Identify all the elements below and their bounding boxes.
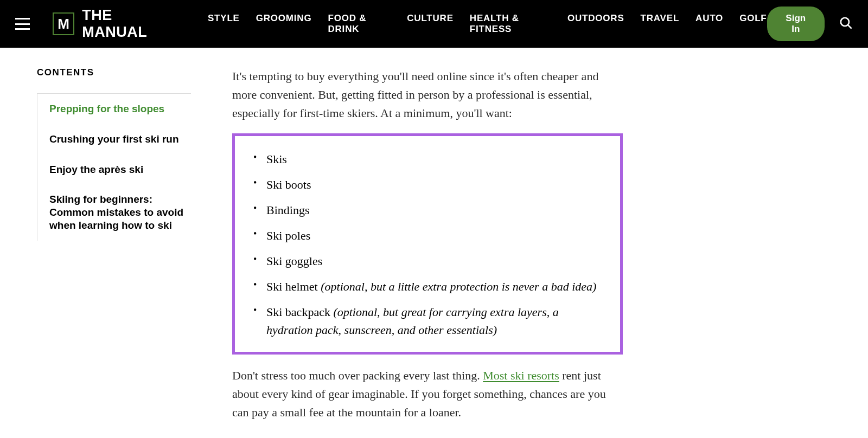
brand-wordmark: THE MANUAL <box>82 7 177 41</box>
toc-item-prepping[interactable]: Prepping for the slopes <box>37 94 191 124</box>
toc-item-apres[interactable]: Enjoy the après ski <box>37 154 191 185</box>
list-item: Ski backpack (optional, but great for ca… <box>248 303 607 339</box>
list-item: Skis <box>248 150 607 168</box>
gear-label: Ski helmet <box>266 280 321 293</box>
gear-label: Ski boots <box>266 178 311 191</box>
gear-label: Skis <box>266 152 287 166</box>
primary-nav: STYLE GROOMING FOOD & DRINK CULTURE HEAL… <box>208 13 767 35</box>
follow-up-paragraph: Don't stress too much over packing every… <box>232 366 623 422</box>
nav-golf[interactable]: GOLF <box>739 13 767 35</box>
site-header: M THE MANUAL STYLE GROOMING FOOD & DRINK… <box>0 0 868 48</box>
nav-culture[interactable]: CULTURE <box>407 13 454 35</box>
signin-button[interactable]: Sign In <box>767 7 825 41</box>
menu-icon[interactable] <box>15 18 30 30</box>
gear-label: Ski goggles <box>266 254 322 268</box>
list-item: Ski boots <box>248 176 607 194</box>
list-item: Ski goggles <box>248 252 607 270</box>
list-item: Ski poles <box>248 227 607 244</box>
contents-list: Prepping for the slopes Crushing your fi… <box>37 93 191 241</box>
article-body: It's tempting to buy everything you'll n… <box>232 67 623 438</box>
toc-item-crushing[interactable]: Crushing your first ski run <box>37 124 191 154</box>
nav-travel[interactable]: TRAVEL <box>641 13 680 35</box>
nav-style[interactable]: STYLE <box>208 13 240 35</box>
gear-label: Ski poles <box>266 229 310 242</box>
contents-sidebar: CONTENTS Prepping for the slopes Crushin… <box>0 67 191 438</box>
brand-logo[interactable]: M THE MANUAL <box>53 7 177 41</box>
intro-paragraph: It's tempting to buy everything you'll n… <box>232 67 623 123</box>
nav-grooming[interactable]: GROOMING <box>256 13 312 35</box>
brand-mark-icon: M <box>53 12 74 35</box>
toc-item-mistakes[interactable]: Skiing for beginners: Common mistakes to… <box>37 184 191 240</box>
nav-health-fitness[interactable]: HEALTH & FITNESS <box>470 13 551 35</box>
list-item: Ski helmet (optional, but a little extra… <box>248 278 607 295</box>
gear-list-box: Skis Ski boots Bindings Ski poles Ski go… <box>232 133 623 355</box>
nav-outdoors[interactable]: OUTDOORS <box>567 13 624 35</box>
gear-label: Bindings <box>266 203 309 217</box>
gear-label: Ski backpack <box>266 305 333 319</box>
gear-note: (optional, but a little extra protection… <box>321 280 596 293</box>
gear-list: Skis Ski boots Bindings Ski poles Ski go… <box>248 150 607 339</box>
search-icon[interactable] <box>839 16 853 32</box>
para-text: Don't stress too much over packing every… <box>232 369 483 382</box>
nav-food-drink[interactable]: FOOD & DRINK <box>328 13 391 35</box>
list-item: Bindings <box>248 201 607 219</box>
nav-auto[interactable]: AUTO <box>695 13 723 35</box>
contents-heading: CONTENTS <box>37 67 191 78</box>
link-ski-resorts[interactable]: Most ski resorts <box>483 369 559 382</box>
svg-line-1 <box>848 25 851 28</box>
